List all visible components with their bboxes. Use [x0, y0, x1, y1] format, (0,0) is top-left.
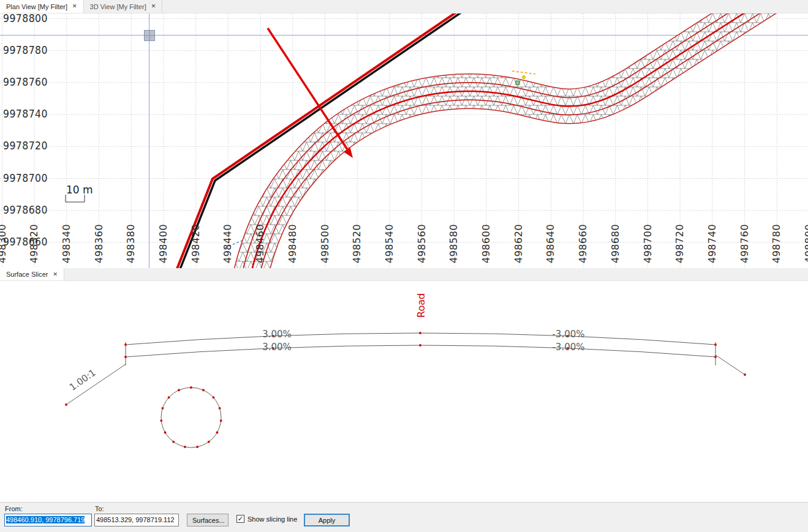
- road-surface-top: [126, 333, 715, 345]
- x-axis-label: 498340: [61, 224, 72, 263]
- section-view-canvas[interactable]: 3.00% 3.00% -3.00% -3.00% Road 1.00:1: [0, 281, 808, 502]
- section-drawing: [0, 281, 808, 502]
- y-axis-label: 9978660: [3, 236, 48, 247]
- from-label: From:: [5, 505, 23, 512]
- y-axis-label: 9978760: [3, 77, 48, 88]
- apply-button[interactable]: Apply: [304, 514, 350, 526]
- surfaces-button[interactable]: Surfaces...: [187, 514, 228, 526]
- x-axis-label: 498540: [384, 224, 395, 263]
- y-axis-label: 9978720: [3, 140, 48, 151]
- y-axis-label: 9978780: [3, 45, 48, 56]
- x-axis-label: 498660: [578, 224, 589, 263]
- plan-drawing: [0, 13, 808, 268]
- road-corridor[interactable]: [248, 13, 804, 268]
- x-axis-label: 498440: [222, 224, 233, 263]
- x-axis-label: 498500: [320, 224, 331, 263]
- x-axis-label: 498600: [481, 224, 492, 263]
- show-slicing-line-label: Show slicing line: [247, 515, 297, 523]
- to-input[interactable]: 498513.329, 9978719.112: [94, 514, 179, 526]
- view-tab-bar: Plan View [My Filter] ✕ 3D View [My Filt…: [0, 0, 808, 13]
- y-axis-label: 9978800: [3, 13, 48, 24]
- x-axis-label: 498520: [352, 224, 363, 263]
- slicer-tab-bar: Surface Slicer ✕: [0, 268, 808, 281]
- to-label: To:: [95, 505, 104, 512]
- x-axis-label: 498740: [707, 224, 718, 263]
- x-axis-label: 498700: [643, 224, 654, 263]
- tab-plan-view-label: Plan View [My Filter]: [6, 3, 67, 10]
- x-axis-label: 498800: [804, 224, 808, 263]
- x-axis-label: 498400: [158, 224, 169, 263]
- tab-surface-slicer[interactable]: Surface Slicer ✕: [0, 268, 64, 280]
- tab-3d-view[interactable]: 3D View [My Filter] ✕: [84, 0, 163, 13]
- slope-label-left-bottom: 3.00%: [255, 342, 298, 353]
- slope-label-right-top: -3.00%: [547, 329, 590, 340]
- from-input[interactable]: 498460.910, 9978796.719: [4, 514, 92, 526]
- x-axis-label: 498680: [610, 224, 621, 263]
- x-axis-label: 498380: [126, 224, 137, 263]
- selection-handle[interactable]: [145, 31, 155, 41]
- slope-label-left-top: 3.00%: [255, 329, 298, 340]
- x-axis-label: 498460: [255, 224, 266, 263]
- plan-view-canvas[interactable]: 9978800997878099787609978740997872099787…: [0, 13, 808, 268]
- slicer-footer: From: 498460.910, 9978796.719 To: 498513…: [0, 502, 808, 532]
- close-icon[interactable]: ✕: [53, 272, 58, 277]
- x-axis-label: 498760: [739, 224, 750, 263]
- x-axis-label: 498480: [287, 224, 298, 263]
- y-axis-label: 9978740: [3, 108, 48, 119]
- x-axis-label: 498640: [545, 224, 556, 263]
- slope-label-right-bottom: -3.00%: [547, 342, 590, 353]
- x-axis-label: 498300: [0, 224, 8, 263]
- tab-plan-view[interactable]: Plan View [My Filter] ✕: [0, 0, 84, 13]
- x-axis-label: 498320: [29, 224, 40, 263]
- right-daylight-slope: [715, 355, 745, 375]
- x-axis-label: 498420: [191, 224, 202, 263]
- x-axis-label: 498360: [94, 224, 105, 263]
- show-slicing-line-checkbox[interactable]: ✓ Show slicing line: [236, 515, 297, 523]
- road-surface-label: Road: [415, 293, 427, 318]
- x-axis-label: 498720: [674, 224, 685, 263]
- tab-surface-slicer-label: Surface Slicer: [6, 271, 48, 278]
- x-axis-label: 498780: [771, 224, 782, 263]
- section-vertex-points: [65, 332, 746, 406]
- to-input-value: 498513.329, 9978719.112: [96, 516, 175, 523]
- y-axis-label: 9978700: [3, 173, 48, 184]
- pipe-circle: [161, 388, 221, 448]
- close-icon[interactable]: ✕: [151, 4, 156, 9]
- x-axis-label: 498580: [448, 224, 459, 263]
- pipe-circle-vertices: [160, 386, 222, 448]
- cross-section-profile: [66, 333, 745, 448]
- from-input-value: 498460.910, 9978796.719: [6, 516, 85, 523]
- close-icon[interactable]: ✕: [72, 4, 77, 9]
- x-axis-label: 498560: [417, 224, 428, 263]
- tab-3d-view-label: 3D View [My Filter]: [90, 3, 146, 10]
- checkbox-check-icon: ✓: [236, 515, 244, 523]
- x-axis-label: 498620: [513, 224, 524, 263]
- scale-bar-label: 10 m: [66, 184, 93, 196]
- y-axis-label: 9978680: [3, 204, 48, 215]
- corridor-centerline: [248, 13, 804, 268]
- road-surface-bottom: [126, 345, 715, 357]
